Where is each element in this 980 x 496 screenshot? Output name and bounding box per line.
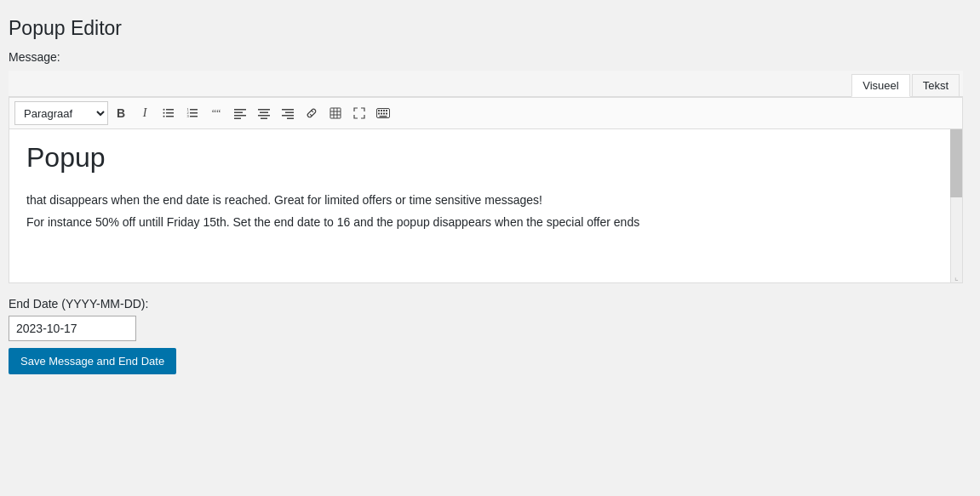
align-left-button[interactable] [229,102,251,124]
resize-handle[interactable]: ⌞ [950,271,962,282]
svg-rect-14 [234,115,246,117]
svg-rect-31 [381,110,382,111]
svg-rect-38 [380,116,387,117]
page-title: Popup Editor [9,17,963,40]
ordered-list-button[interactable]: 1 2 3 [181,102,203,124]
table-button[interactable] [324,102,347,124]
editor-container: Visueel Tekst Paragraaf Kop 1 Kop 2 Kop … [9,71,963,283]
svg-rect-7 [190,112,198,114]
svg-rect-36 [383,113,385,115]
svg-rect-23 [287,118,294,120]
svg-rect-18 [258,115,270,117]
editor-tabs: Visueel Tekst [9,71,963,97]
save-button[interactable]: Save Message and End Date [9,348,176,374]
svg-rect-33 [386,110,387,111]
svg-rect-13 [234,112,243,114]
svg-rect-32 [383,110,385,111]
svg-rect-24 [330,108,341,118]
svg-rect-6 [190,109,198,111]
svg-point-5 [163,116,165,117]
svg-rect-0 [166,109,174,111]
fullscreen-button[interactable] [348,102,370,124]
blockquote-button[interactable]: ““ [205,102,227,124]
svg-rect-37 [386,113,387,115]
tab-visual[interactable]: Visueel [851,74,909,97]
bold-button[interactable]: B [110,102,132,124]
scrollbar-thumb[interactable] [950,129,962,197]
unordered-list-button[interactable] [158,102,180,124]
svg-rect-12 [234,109,246,111]
tab-text[interactable]: Tekst [912,74,960,96]
editor-wrapper: Paragraaf Kop 1 Kop 2 Kop 3 B I [9,97,963,283]
message-label: Message: [9,50,963,64]
svg-point-3 [163,109,165,111]
format-select[interactable]: Paragraaf Kop 1 Kop 2 Kop 3 [14,101,108,125]
svg-rect-30 [378,110,380,111]
svg-rect-22 [282,115,294,117]
svg-rect-21 [285,112,294,114]
svg-rect-19 [261,118,267,120]
align-right-button[interactable] [277,102,299,124]
svg-rect-17 [260,112,268,114]
svg-rect-34 [378,113,380,115]
svg-text:3: 3 [187,114,190,118]
keyboard-button[interactable] [372,102,394,124]
italic-button[interactable]: I [134,102,156,124]
svg-point-4 [163,112,165,114]
end-date-label: End Date (YYYY-MM-DD): [9,297,963,311]
svg-rect-35 [381,113,382,115]
end-date-input[interactable] [9,316,136,341]
editor-content[interactable]: Popup that disappears when the end date … [9,129,962,282]
toolbar: Paragraaf Kop 1 Kop 2 Kop 3 B I [9,98,962,129]
svg-rect-15 [234,118,241,120]
editor-heading: Popup [26,142,945,174]
align-center-button[interactable] [253,102,275,124]
end-date-section: End Date (YYYY-MM-DD): Save Message and … [9,297,963,374]
editor-line1: that disappears when the end date is rea… [26,191,945,209]
svg-rect-20 [282,109,294,111]
scrollbar-track[interactable] [950,129,962,282]
link-button[interactable] [301,102,323,124]
editor-line2: For instance 50% off untill Friday 15th.… [26,213,945,231]
svg-rect-16 [258,109,270,111]
svg-rect-2 [166,116,174,117]
svg-rect-1 [166,112,174,114]
svg-rect-8 [190,116,198,117]
